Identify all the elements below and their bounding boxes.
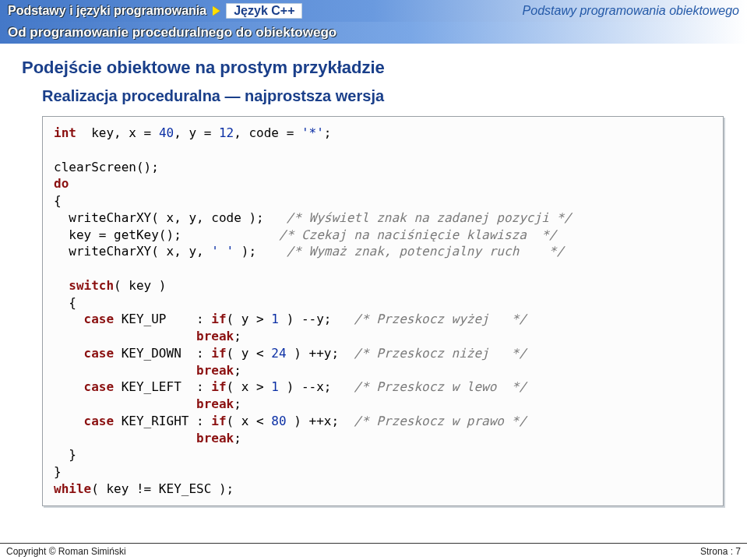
up-c2: ) --y; bbox=[279, 312, 331, 326]
char-space: ' ' bbox=[211, 244, 234, 259]
kw-if-left: if bbox=[211, 379, 226, 394]
footer-copyright: Copyright © Roman Simiński bbox=[6, 546, 126, 557]
kw-case-left: case bbox=[84, 379, 115, 394]
lf-c2: ) --x; bbox=[279, 379, 331, 394]
semi: ; bbox=[324, 125, 332, 140]
semi-b1: ; bbox=[234, 329, 241, 343]
sp4 bbox=[54, 431, 196, 446]
cmt-3: /* Wymaż znak, potencjalny ruch */ bbox=[256, 244, 564, 259]
n24: 24 bbox=[271, 346, 286, 361]
writecharxy-2a: writeCharXY( x, y, bbox=[54, 244, 211, 259]
cmt-left: /* Przeskocz w lewo */ bbox=[331, 379, 526, 394]
kw-break-1: break bbox=[196, 329, 234, 343]
kw-if-right: if bbox=[211, 414, 226, 428]
page-title: Podejście obiektowe na prostym przykładz… bbox=[22, 58, 725, 78]
section-title: Od programowanie proceduralnego do obiek… bbox=[8, 25, 337, 41]
kw-break-4: break bbox=[196, 431, 234, 446]
section-bar: Od programowanie proceduralnego do obiek… bbox=[0, 22, 747, 44]
writecharxy-1: writeCharXY( x, y, code ); bbox=[54, 210, 264, 225]
kw-if-up: if bbox=[211, 312, 226, 326]
rt-c1: ( x < bbox=[227, 414, 272, 428]
kw-case-right: case bbox=[84, 414, 115, 428]
rt-c2: ) ++x; bbox=[287, 414, 339, 428]
cmt-1: /* Wyświetl znak na zadanej pozycji */ bbox=[264, 210, 572, 225]
dn-c1: ( y < bbox=[227, 346, 272, 361]
footer-page: Strona : 7 bbox=[700, 546, 741, 557]
breadcrumb-bar: Podstawy i języki programowania Język C+… bbox=[0, 0, 747, 22]
clearscreen-call: clearScreen(); bbox=[54, 160, 159, 174]
n1a: 1 bbox=[271, 312, 279, 326]
language-badge: Język C++ bbox=[226, 3, 302, 19]
cmt-down: /* Przeskocz niżej */ bbox=[339, 346, 527, 361]
sp3 bbox=[54, 396, 196, 411]
kw-break-3: break bbox=[196, 396, 234, 411]
case-left-label: KEY_LEFT : bbox=[114, 379, 211, 394]
num-12: 12 bbox=[219, 125, 234, 140]
case-down-label: KEY_DOWN : bbox=[114, 346, 211, 361]
rbrace2: } bbox=[69, 447, 76, 462]
kw-case-up: case bbox=[84, 312, 115, 326]
getkey-call: key = getKey(); bbox=[54, 227, 181, 242]
case-up-label: KEY_UP : bbox=[114, 312, 211, 326]
cmt-right: /* Przeskocz w prawo */ bbox=[339, 414, 527, 428]
kw-break-2: break bbox=[196, 363, 234, 378]
kw-do: do bbox=[54, 176, 69, 191]
kw-case-down: case bbox=[84, 346, 115, 361]
cmt-2: /* Czekaj na naciśnięcie klawisza */ bbox=[181, 227, 557, 242]
semi-b3: ; bbox=[234, 396, 241, 411]
breadcrumb-text: Podstawy i języki programowania bbox=[8, 4, 206, 18]
decl: key, x = bbox=[76, 125, 159, 140]
page-subtitle: Realizacja proceduralna — najprostsza we… bbox=[42, 87, 725, 105]
semi-b2: ; bbox=[234, 363, 241, 378]
content-area: Podejście obiektowe na prostym przykładz… bbox=[0, 44, 747, 506]
lbrace1: { bbox=[54, 193, 62, 208]
n80: 80 bbox=[271, 414, 286, 428]
dn-c2: ) ++y; bbox=[287, 346, 339, 361]
kw-int: int bbox=[54, 125, 76, 140]
sp2 bbox=[54, 363, 196, 378]
page-footer: Copyright © Roman Simiński Strona : 7 bbox=[0, 543, 747, 560]
code-listing: int key, x = 40, y = 12, code = '*'; cle… bbox=[42, 116, 724, 506]
up-c1: ( y > bbox=[227, 312, 272, 326]
decl-mid: , y = bbox=[174, 125, 219, 140]
switch-tail: ( key ) bbox=[114, 278, 166, 293]
kw-while: while bbox=[54, 481, 91, 496]
breadcrumb-left: Podstawy i języki programowania Język C+… bbox=[8, 3, 302, 19]
cmt-up: /* Przeskocz wyżej */ bbox=[331, 312, 526, 326]
semi-b4: ; bbox=[234, 431, 241, 446]
lbrace2: { bbox=[69, 295, 76, 310]
while-tail: ( key != KEY_ESC ); bbox=[91, 481, 234, 496]
decl-end: , code = bbox=[234, 125, 301, 140]
kw-if-down: if bbox=[211, 346, 226, 361]
rbrace1: } bbox=[54, 464, 62, 479]
kw-switch: switch bbox=[69, 278, 114, 293]
num-40: 40 bbox=[159, 125, 174, 140]
n1b: 1 bbox=[271, 379, 279, 394]
writecharxy-2b: ); bbox=[234, 244, 256, 259]
char-star: '*' bbox=[301, 125, 324, 140]
case-right-label: KEY_RIGHT : bbox=[114, 414, 211, 428]
topic-title: Podstawy programowania obiektowego bbox=[523, 4, 739, 18]
lf-c1: ( x > bbox=[227, 379, 272, 394]
sp1 bbox=[54, 329, 196, 343]
arrow-right-icon bbox=[213, 6, 220, 16]
